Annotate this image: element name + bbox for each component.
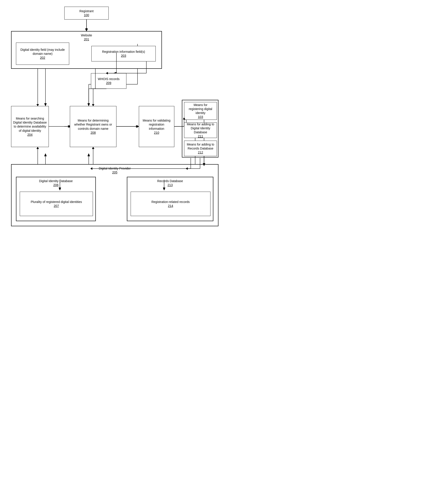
plurality-label: Plurality of registered digital identiti… bbox=[31, 200, 82, 204]
registration-info-label: Registration information field(s) bbox=[102, 50, 145, 54]
registration-records-box: Registration-related records 214 bbox=[131, 192, 210, 216]
registrant-number: 100 bbox=[84, 13, 89, 17]
svg-marker-36 bbox=[85, 29, 88, 31]
means-registering-box: Means for registering digital identity 1… bbox=[184, 102, 217, 120]
means-adding-records-label: Means for adding to Records Database bbox=[186, 142, 215, 150]
means-searching-label: Means for searching Digital Identity Dat… bbox=[13, 116, 47, 133]
website-box: Website 201 Digital identity field (may … bbox=[11, 31, 162, 69]
svg-marker-47 bbox=[68, 125, 70, 128]
svg-marker-56 bbox=[92, 147, 94, 149]
means-validating-label: Means for validating registration inform… bbox=[141, 119, 172, 131]
means-determining-label: Means for determining whether Registrant… bbox=[72, 119, 114, 131]
website-label: Website bbox=[81, 33, 92, 37]
whois-label: WHOIS records bbox=[98, 77, 120, 81]
dip-label: Digital Identity Provider bbox=[99, 166, 131, 170]
means-adding-did-number: 211 bbox=[198, 134, 203, 138]
website-number: 201 bbox=[84, 37, 89, 41]
registering-cluster-box: Means for registering digital identity 1… bbox=[182, 100, 218, 158]
svg-marker-45 bbox=[92, 104, 94, 106]
means-validating-number: 210 bbox=[154, 131, 159, 135]
means-registering-label: Means for registering digital identity bbox=[186, 103, 215, 115]
records-database-box: Records Database 213 Registration-relate… bbox=[127, 177, 213, 221]
means-registering-number: 103 bbox=[198, 115, 203, 119]
did-db-label: Digital Identity Database bbox=[39, 179, 73, 183]
records-db-label: Records Database bbox=[157, 179, 183, 183]
did-database-box: Digital Identity Database 206 Plurality … bbox=[16, 177, 96, 221]
registration-records-label: Registration-related records bbox=[152, 200, 190, 204]
did-db-number: 206 bbox=[53, 183, 58, 187]
means-adding-records-number: 212 bbox=[198, 150, 203, 154]
plurality-identities-box: Plurality of registered digital identiti… bbox=[20, 192, 93, 216]
svg-marker-38 bbox=[37, 104, 39, 106]
digital-identity-field-box: Digital identity field (may include doma… bbox=[16, 43, 69, 65]
means-searching-box: Means for searching Digital Identity Dat… bbox=[11, 106, 49, 147]
svg-marker-15 bbox=[136, 125, 139, 128]
svg-marker-26 bbox=[88, 153, 90, 156]
whois-number: 209 bbox=[106, 81, 111, 85]
means-adding-did-label: Means for adding to Digital Identity Dat… bbox=[186, 122, 215, 134]
svg-marker-54 bbox=[37, 147, 39, 149]
plurality-number: 207 bbox=[54, 204, 59, 208]
digital-identity-provider-box: Digital Identity Provider 205 Digital Id… bbox=[11, 164, 218, 226]
svg-marker-1 bbox=[85, 28, 88, 31]
means-determining-box: Means for determining whether Registrant… bbox=[70, 106, 116, 147]
means-adding-did-box: Means for adding to Digital Identity Dat… bbox=[184, 122, 217, 138]
digital-identity-field-number: 202 bbox=[40, 56, 45, 60]
means-searching-number: 204 bbox=[27, 133, 32, 137]
registration-info-field-box: Registration information field(s) 203 bbox=[91, 46, 156, 61]
svg-marker-49 bbox=[137, 125, 139, 128]
dip-number: 205 bbox=[112, 170, 117, 174]
means-determining-number: 208 bbox=[90, 131, 96, 135]
registration-info-number: 203 bbox=[121, 54, 126, 58]
registrant-box: Registrant 100 bbox=[64, 7, 109, 20]
svg-marker-5 bbox=[44, 103, 47, 106]
means-validating-box: Means for validating registration inform… bbox=[139, 106, 174, 147]
registration-records-number: 214 bbox=[168, 204, 173, 208]
records-db-number: 213 bbox=[168, 183, 173, 187]
whois-records-box: WHOIS records 209 bbox=[91, 73, 126, 89]
registrant-label: Registrant bbox=[80, 9, 94, 13]
diagram: Registrant 100 Website 201 Digital ident… bbox=[4, 4, 220, 235]
svg-marker-9 bbox=[88, 103, 90, 106]
svg-marker-24 bbox=[44, 153, 47, 156]
means-adding-records-box: Means for adding to Records Database 212 bbox=[184, 141, 217, 156]
digital-identity-field-label: Digital identity field (may include doma… bbox=[18, 48, 67, 56]
